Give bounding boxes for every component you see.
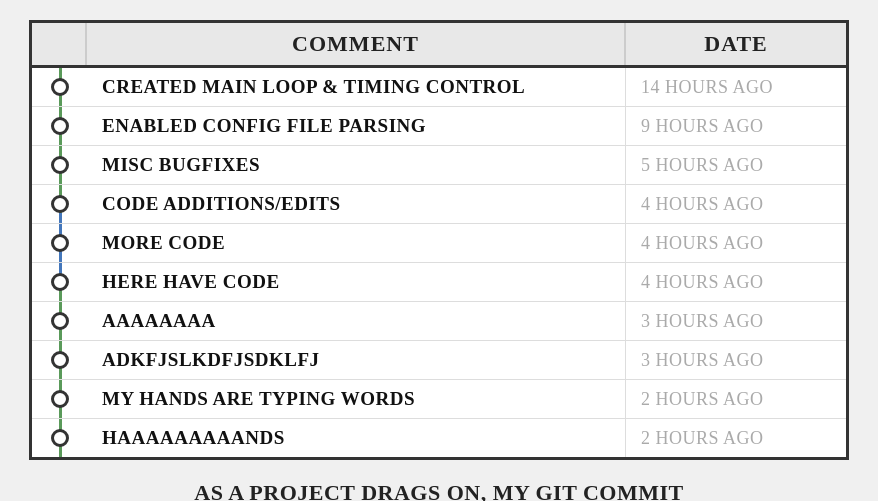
commit-icon-cell xyxy=(32,185,87,223)
commit-icon-cell xyxy=(32,68,87,106)
date-col-header: DATE xyxy=(626,23,846,65)
commit-date: 4 HOURS AGO xyxy=(626,185,846,223)
table-row: ENABLED CONFIG FILE PARSING9 HOURS AGO xyxy=(32,107,846,146)
commit-icon-cell xyxy=(32,419,87,457)
table-row: MISC BUGFIXES5 HOURS AGO xyxy=(32,146,846,185)
table-header: COMMENT DATE xyxy=(32,23,846,68)
table-body: CREATED MAIN LOOP & TIMING CONTROL14 HOU… xyxy=(32,68,846,457)
table-row: HAAAAAAAAANDS2 HOURS AGO xyxy=(32,419,846,457)
caption-text: AS A PROJECT DRAGS ON, MY GIT COMMITMESS… xyxy=(29,478,849,501)
commit-circle xyxy=(51,351,69,369)
commit-circle xyxy=(51,429,69,447)
commit-circle xyxy=(51,390,69,408)
commit-comment: CREATED MAIN LOOP & TIMING CONTROL xyxy=(87,68,626,106)
commit-icon-cell xyxy=(32,380,87,418)
table-row: MORE CODE4 HOURS AGO xyxy=(32,224,846,263)
commit-date: 3 HOURS AGO xyxy=(626,302,846,340)
commit-comment: HERE HAVE CODE xyxy=(87,263,626,301)
commit-comment: MISC BUGFIXES xyxy=(87,146,626,184)
commit-comment: HAAAAAAAAANDS xyxy=(87,419,626,457)
commit-date: 3 HOURS AGO xyxy=(626,341,846,379)
table-row: HERE HAVE CODE4 HOURS AGO xyxy=(32,263,846,302)
commit-date: 9 HOURS AGO xyxy=(626,107,846,145)
commit-icon-cell xyxy=(32,341,87,379)
commit-date: 2 HOURS AGO xyxy=(626,380,846,418)
commit-circle xyxy=(51,78,69,96)
commit-circle xyxy=(51,312,69,330)
commit-table: COMMENT DATE CREATED MAIN LOOP & TIMING … xyxy=(29,20,849,460)
commit-date: 4 HOURS AGO xyxy=(626,224,846,262)
table-row: CODE ADDITIONS/EDITS4 HOURS AGO xyxy=(32,185,846,224)
comic-container: COMMENT DATE CREATED MAIN LOOP & TIMING … xyxy=(0,0,878,501)
commit-icon-cell xyxy=(32,224,87,262)
commit-circle xyxy=(51,195,69,213)
icon-col-header xyxy=(32,23,87,65)
commit-comment: MY HANDS ARE TYPING WORDS xyxy=(87,380,626,418)
table-row: ADKFJSLKDFJSDKLFJ3 HOURS AGO xyxy=(32,341,846,380)
commit-comment: AAAAAAAA xyxy=(87,302,626,340)
table-row: MY HANDS ARE TYPING WORDS2 HOURS AGO xyxy=(32,380,846,419)
commit-comment: MORE CODE xyxy=(87,224,626,262)
commit-comment: CODE ADDITIONS/EDITS xyxy=(87,185,626,223)
commit-circle xyxy=(51,156,69,174)
comment-col-header: COMMENT xyxy=(87,23,626,65)
commit-date: 2 HOURS AGO xyxy=(626,419,846,457)
table-row: CREATED MAIN LOOP & TIMING CONTROL14 HOU… xyxy=(32,68,846,107)
commit-date: 4 HOURS AGO xyxy=(626,263,846,301)
commit-icon-cell xyxy=(32,302,87,340)
commit-icon-cell xyxy=(32,263,87,301)
commit-circle xyxy=(51,273,69,291)
commit-comment: ADKFJSLKDFJSDKLFJ xyxy=(87,341,626,379)
commit-date: 14 HOURS AGO xyxy=(626,68,846,106)
table-row: AAAAAAAA3 HOURS AGO xyxy=(32,302,846,341)
commit-icon-cell xyxy=(32,107,87,145)
commit-circle xyxy=(51,117,69,135)
commit-date: 5 HOURS AGO xyxy=(626,146,846,184)
commit-circle xyxy=(51,234,69,252)
commit-icon-cell xyxy=(32,146,87,184)
commit-comment: ENABLED CONFIG FILE PARSING xyxy=(87,107,626,145)
